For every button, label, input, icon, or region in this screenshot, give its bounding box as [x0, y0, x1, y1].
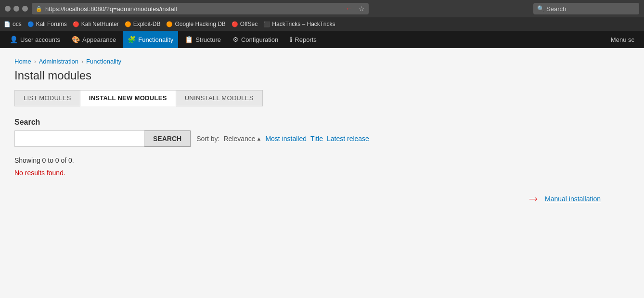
page-title: Install modules	[14, 69, 630, 82]
content-wrapper: Search SEARCH Sort by: Relevance Most in…	[14, 118, 630, 207]
back-arrow-icon: ←	[345, 4, 353, 13]
sort-most-installed[interactable]: Most installed	[265, 135, 307, 143]
nav-structure-label: Structure	[195, 36, 221, 43]
bookmark-google-hacking-label: Google Hacking DB	[175, 21, 225, 27]
sort-relevance[interactable]: Relevance	[223, 135, 261, 143]
breadcrumb-admin[interactable]: Administration	[39, 58, 78, 65]
configuration-icon: ⚙	[232, 36, 239, 43]
url-text: https://localhost:8080/?q=admin/modules/…	[45, 5, 342, 13]
tab-install-new-modules[interactable]: INSTALL NEW MODULES	[80, 90, 176, 106]
breadcrumb-home[interactable]: Home	[14, 58, 31, 65]
browser-controls	[5, 6, 28, 12]
menu-sc-text: Menu sc	[606, 36, 639, 43]
bookmark-exploit-db[interactable]: 🟠 Exploit-DB	[125, 21, 161, 27]
arrow-right-icon: →	[527, 191, 540, 207]
bookmark-kali-forums-label: Kali Forums	[36, 21, 67, 27]
browser-search-label: Search	[546, 5, 566, 13]
browser-bar: 🔒 https://localhost:8080/?q=admin/module…	[0, 0, 644, 17]
kali-forums-icon: 🔵	[27, 21, 34, 27]
hacktricks-icon: ⬛	[263, 21, 270, 27]
kali-nethunter-icon: 🔴	[73, 21, 79, 27]
bookmark-exploit-db-label: Exploit-DB	[133, 21, 161, 27]
browser-max-btn[interactable]	[22, 6, 28, 12]
nav-configuration[interactable]: ⚙ Configuration	[228, 31, 283, 48]
browser-close-btn[interactable]	[5, 6, 11, 12]
bookmark-hacktricks-label: HackTricks – HackTricks	[272, 21, 335, 27]
browser-search-area[interactable]: 🔍 Search	[533, 3, 639, 14]
browser-min-btn[interactable]	[13, 6, 19, 12]
search-label: Search	[14, 118, 630, 127]
structure-icon: 📋	[185, 36, 193, 43]
tabs-container: LIST MODULES INSTALL NEW MODULES UNINSTA…	[14, 90, 630, 106]
drupal-navbar: 👤 User accounts 🎨 Appearance 🧩 Functiona…	[0, 31, 644, 48]
bookmark-google-hacking-db[interactable]: 🟠 Google Hacking DB	[166, 21, 225, 27]
bookmark-kali-nethunter-label: Kali NetHunter	[81, 21, 119, 27]
manual-install-link[interactable]: Manual installation	[545, 195, 601, 203]
functionality-icon: 🧩	[128, 36, 136, 43]
search-section: Search SEARCH Sort by: Relevance Most in…	[14, 118, 630, 147]
main-content: Home › Administration › Functionality In…	[0, 48, 644, 298]
sort-latest-release[interactable]: Latest release	[327, 135, 369, 143]
tab-uninstall-modules[interactable]: UNINSTALL MODULES	[176, 90, 263, 106]
search-input[interactable]	[14, 130, 144, 147]
nav-configuration-label: Configuration	[241, 36, 278, 43]
bookmark-kali-forums[interactable]: 🔵 Kali Forums	[27, 21, 67, 27]
nav-appearance[interactable]: 🎨 Appearance	[67, 31, 121, 48]
nav-functionality[interactable]: 🧩 Functionality	[123, 31, 178, 48]
sort-title[interactable]: Title	[310, 135, 323, 143]
address-bar[interactable]: 🔒 https://localhost:8080/?q=admin/module…	[32, 3, 369, 14]
no-results-text: No results found.	[14, 169, 630, 177]
search-button[interactable]: SEARCH	[144, 130, 191, 147]
offsec-icon: 🔴	[232, 21, 238, 27]
tab-list-modules[interactable]: LIST MODULES	[14, 90, 80, 106]
breadcrumb-sep-2: ›	[81, 58, 83, 65]
bookmark-label: ocs	[13, 21, 22, 27]
bookmark-item[interactable]: 📄 ocs	[4, 21, 22, 27]
appearance-icon: 🎨	[72, 36, 80, 43]
bookmark-hacktricks[interactable]: ⬛ HackTricks – HackTricks	[263, 21, 335, 27]
bookmark-kali-nethunter[interactable]: 🔴 Kali NetHunter	[73, 21, 119, 27]
results-showing: Showing 0 to 0 of 0.	[14, 156, 630, 164]
bookmark-fav-icon: 📄	[4, 21, 11, 27]
nav-appearance-label: Appearance	[82, 36, 116, 43]
lock-icon: 🔒	[36, 6, 42, 12]
search-icon: 🔍	[537, 5, 544, 12]
bookmarks-bar: 📄 ocs 🔵 Kali Forums 🔴 Kali NetHunter 🟠 E…	[0, 17, 644, 31]
nav-reports-label: Reports	[295, 36, 317, 43]
user-accounts-icon: 👤	[10, 36, 18, 43]
breadcrumb-sep-1: ›	[34, 58, 36, 65]
search-row: SEARCH Sort by: Relevance Most installed…	[14, 130, 630, 147]
breadcrumb-functionality[interactable]: Functionality	[86, 58, 121, 65]
bookmark-offsec-label: OffSec	[240, 21, 258, 27]
manual-install-row: → Manual installation	[14, 191, 630, 207]
sort-row: Sort by: Relevance Most installed Title …	[196, 135, 369, 143]
breadcrumb: Home › Administration › Functionality	[14, 58, 630, 65]
nav-functionality-label: Functionality	[138, 36, 173, 43]
sort-by-label: Sort by:	[196, 135, 219, 143]
nav-user-accounts[interactable]: 👤 User accounts	[5, 31, 65, 48]
bookmark-offsec[interactable]: 🔴 OffSec	[232, 21, 258, 27]
star-icon: ☆	[359, 5, 365, 13]
reports-icon: ℹ	[290, 36, 292, 43]
nav-reports[interactable]: ℹ Reports	[285, 31, 322, 48]
nav-structure[interactable]: 📋 Structure	[180, 31, 226, 48]
nav-user-accounts-label: User accounts	[20, 36, 60, 43]
exploit-db-icon: 🟠	[125, 21, 131, 27]
google-hacking-icon: 🟠	[166, 21, 173, 27]
